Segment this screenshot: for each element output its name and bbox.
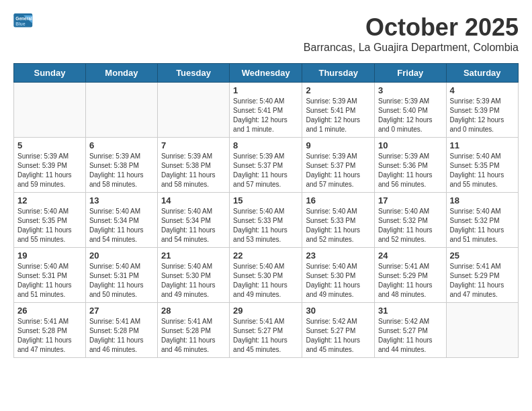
calendar-cell: 27Sunrise: 5:41 AM Sunset: 5:28 PM Dayli…: [85, 303, 157, 358]
day-info: Sunrise: 5:40 AM Sunset: 5:35 PM Dayligh…: [17, 207, 82, 244]
day-info: Sunrise: 5:39 AM Sunset: 5:38 PM Dayligh…: [161, 152, 226, 189]
day-info: Sunrise: 5:41 AM Sunset: 5:29 PM Dayligh…: [378, 262, 443, 300]
calendar-cell: 10Sunrise: 5:39 AM Sunset: 5:36 PM Dayli…: [375, 138, 447, 193]
day-number: 13: [89, 195, 154, 205]
calendar-cell: 2Sunrise: 5:39 AM Sunset: 5:41 PM Daylig…: [302, 83, 375, 138]
calendar-cell: 16Sunrise: 5:40 AM Sunset: 5:33 PM Dayli…: [302, 193, 375, 248]
day-header-saturday: Saturday: [446, 64, 518, 83]
day-number: 7: [161, 140, 226, 150]
calendar-cell: 8Sunrise: 5:39 AM Sunset: 5:37 PM Daylig…: [230, 138, 302, 193]
calendar-cell: 25Sunrise: 5:41 AM Sunset: 5:29 PM Dayli…: [446, 248, 518, 303]
day-number: 30: [306, 306, 371, 316]
week-row-4: 19Sunrise: 5:40 AM Sunset: 5:31 PM Dayli…: [14, 248, 519, 303]
day-info: Sunrise: 5:40 AM Sunset: 5:33 PM Dayligh…: [306, 207, 371, 244]
day-info: Sunrise: 5:39 AM Sunset: 5:37 PM Dayligh…: [306, 152, 371, 189]
day-number: 31: [378, 306, 443, 316]
svg-text:General: General: [15, 16, 32, 21]
day-header-wednesday: Wednesday: [230, 64, 302, 83]
day-info: Sunrise: 5:40 AM Sunset: 5:31 PM Dayligh…: [17, 262, 82, 300]
calendar-cell: 21Sunrise: 5:40 AM Sunset: 5:30 PM Dayli…: [157, 248, 229, 303]
location: Barrancas, La Guajira Department, Colomb…: [304, 42, 519, 54]
calendar-cell: 14Sunrise: 5:40 AM Sunset: 5:34 PM Dayli…: [157, 193, 229, 248]
day-number: 3: [378, 85, 443, 95]
calendar-cell: 20Sunrise: 5:40 AM Sunset: 5:31 PM Dayli…: [85, 248, 157, 303]
logo: General Blue: [13, 13, 35, 28]
day-info: Sunrise: 5:40 AM Sunset: 5:30 PM Dayligh…: [161, 262, 226, 300]
day-info: Sunrise: 5:40 AM Sunset: 5:30 PM Dayligh…: [233, 262, 298, 300]
calendar-cell: 29Sunrise: 5:41 AM Sunset: 5:27 PM Dayli…: [230, 303, 302, 358]
day-number: 21: [161, 250, 226, 261]
logo-icon: General Blue: [13, 13, 34, 28]
day-info: Sunrise: 5:39 AM Sunset: 5:40 PM Dayligh…: [378, 97, 443, 134]
calendar-cell: 12Sunrise: 5:40 AM Sunset: 5:35 PM Dayli…: [14, 193, 86, 248]
day-number: 4: [450, 85, 515, 95]
calendar-header: SundayMondayTuesdayWednesdayThursdayFrid…: [14, 64, 519, 83]
calendar-cell: 18Sunrise: 5:40 AM Sunset: 5:32 PM Dayli…: [446, 193, 518, 248]
day-number: 17: [378, 195, 443, 205]
calendar-cell: 30Sunrise: 5:42 AM Sunset: 5:27 PM Dayli…: [302, 303, 375, 358]
day-number: 11: [450, 140, 515, 150]
calendar-cell: 7Sunrise: 5:39 AM Sunset: 5:38 PM Daylig…: [157, 138, 229, 193]
day-number: 19: [17, 250, 82, 261]
day-info: Sunrise: 5:40 AM Sunset: 5:41 PM Dayligh…: [233, 97, 298, 134]
day-number: 25: [450, 250, 515, 261]
day-info: Sunrise: 5:42 AM Sunset: 5:27 PM Dayligh…: [306, 317, 371, 355]
calendar-cell: 19Sunrise: 5:40 AM Sunset: 5:31 PM Dayli…: [14, 248, 86, 303]
calendar-cell: 31Sunrise: 5:42 AM Sunset: 5:27 PM Dayli…: [375, 303, 447, 358]
day-number: 23: [306, 250, 371, 261]
day-info: Sunrise: 5:41 AM Sunset: 5:28 PM Dayligh…: [89, 317, 154, 355]
day-info: Sunrise: 5:41 AM Sunset: 5:27 PM Dayligh…: [233, 317, 298, 355]
calendar-cell: 23Sunrise: 5:40 AM Sunset: 5:30 PM Dayli…: [302, 248, 375, 303]
day-info: Sunrise: 5:42 AM Sunset: 5:27 PM Dayligh…: [378, 317, 443, 355]
calendar-body: 1Sunrise: 5:40 AM Sunset: 5:41 PM Daylig…: [14, 83, 519, 358]
day-header-sunday: Sunday: [14, 64, 86, 83]
day-info: Sunrise: 5:41 AM Sunset: 5:28 PM Dayligh…: [161, 317, 226, 355]
day-info: Sunrise: 5:40 AM Sunset: 5:35 PM Dayligh…: [450, 152, 515, 189]
day-header-tuesday: Tuesday: [157, 64, 229, 83]
calendar-cell: [157, 83, 229, 138]
title-section: October 2025 Barrancas, La Guajira Depar…: [304, 13, 519, 60]
day-number: 1: [233, 85, 298, 95]
calendar-cell: 15Sunrise: 5:40 AM Sunset: 5:33 PM Dayli…: [230, 193, 302, 248]
day-number: 22: [233, 250, 298, 261]
week-row-1: 1Sunrise: 5:40 AM Sunset: 5:41 PM Daylig…: [14, 83, 519, 138]
calendar-cell: 3Sunrise: 5:39 AM Sunset: 5:40 PM Daylig…: [375, 83, 447, 138]
day-number: 14: [161, 195, 226, 205]
day-info: Sunrise: 5:39 AM Sunset: 5:39 PM Dayligh…: [17, 152, 82, 189]
calendar-cell: 6Sunrise: 5:39 AM Sunset: 5:38 PM Daylig…: [85, 138, 157, 193]
day-info: Sunrise: 5:39 AM Sunset: 5:41 PM Dayligh…: [306, 97, 371, 134]
calendar-cell: 28Sunrise: 5:41 AM Sunset: 5:28 PM Dayli…: [157, 303, 229, 358]
day-info: Sunrise: 5:40 AM Sunset: 5:32 PM Dayligh…: [378, 207, 443, 244]
day-number: 8: [233, 140, 298, 150]
calendar-cell: 4Sunrise: 5:39 AM Sunset: 5:39 PM Daylig…: [446, 83, 518, 138]
day-number: 12: [17, 195, 82, 205]
day-number: 9: [306, 140, 371, 150]
day-info: Sunrise: 5:40 AM Sunset: 5:30 PM Dayligh…: [306, 262, 371, 300]
day-info: Sunrise: 5:39 AM Sunset: 5:36 PM Dayligh…: [378, 152, 443, 189]
day-info: Sunrise: 5:40 AM Sunset: 5:33 PM Dayligh…: [233, 207, 298, 244]
svg-text:Blue: Blue: [15, 21, 26, 26]
day-info: Sunrise: 5:39 AM Sunset: 5:39 PM Dayligh…: [450, 97, 515, 134]
day-info: Sunrise: 5:40 AM Sunset: 5:32 PM Dayligh…: [450, 207, 515, 244]
week-row-2: 5Sunrise: 5:39 AM Sunset: 5:39 PM Daylig…: [14, 138, 519, 193]
day-header-thursday: Thursday: [302, 64, 375, 83]
calendar-cell: 11Sunrise: 5:40 AM Sunset: 5:35 PM Dayli…: [446, 138, 518, 193]
calendar-cell: 17Sunrise: 5:40 AM Sunset: 5:32 PM Dayli…: [375, 193, 447, 248]
day-number: 18: [450, 195, 515, 205]
calendar-cell: 13Sunrise: 5:40 AM Sunset: 5:34 PM Dayli…: [85, 193, 157, 248]
day-header-monday: Monday: [85, 64, 157, 83]
day-number: 15: [233, 195, 298, 205]
day-info: Sunrise: 5:40 AM Sunset: 5:34 PM Dayligh…: [89, 207, 154, 244]
calendar-cell: 26Sunrise: 5:41 AM Sunset: 5:28 PM Dayli…: [14, 303, 86, 358]
day-info: Sunrise: 5:39 AM Sunset: 5:37 PM Dayligh…: [233, 152, 298, 189]
day-info: Sunrise: 5:40 AM Sunset: 5:34 PM Dayligh…: [161, 207, 226, 244]
day-number: 27: [89, 306, 154, 316]
day-info: Sunrise: 5:40 AM Sunset: 5:31 PM Dayligh…: [89, 262, 154, 300]
day-header-friday: Friday: [375, 64, 447, 83]
calendar-cell: [14, 83, 86, 138]
day-number: 28: [161, 306, 226, 316]
week-row-5: 26Sunrise: 5:41 AM Sunset: 5:28 PM Dayli…: [14, 303, 519, 358]
day-info: Sunrise: 5:41 AM Sunset: 5:28 PM Dayligh…: [17, 317, 82, 355]
calendar-cell: 9Sunrise: 5:39 AM Sunset: 5:37 PM Daylig…: [302, 138, 375, 193]
week-row-3: 12Sunrise: 5:40 AM Sunset: 5:35 PM Dayli…: [14, 193, 519, 248]
